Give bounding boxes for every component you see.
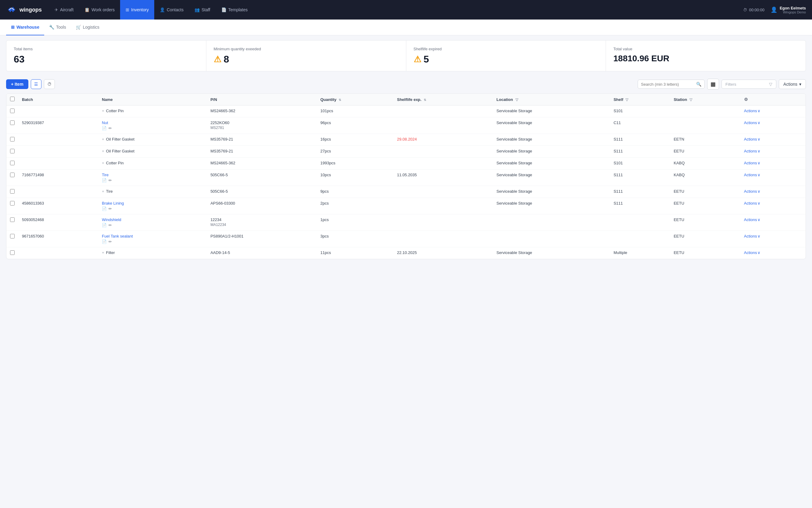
header-quantity[interactable]: Quantity ⇅	[317, 94, 394, 105]
timer-display: 00:00:00	[749, 8, 764, 12]
row-checkbox[interactable]	[10, 189, 15, 194]
row-checkbox[interactable]	[10, 161, 15, 165]
document-icon[interactable]: 📄	[102, 223, 107, 227]
row-checkbox[interactable]	[10, 234, 15, 239]
row-shelflife: 22.10.2025	[393, 247, 493, 259]
edit-icon[interactable]: ✏	[108, 239, 112, 244]
pn-sub: MS2781	[210, 126, 313, 130]
select-all-checkbox[interactable]	[10, 97, 15, 101]
aircraft-icon: ✈	[54, 7, 58, 12]
row-batch	[18, 247, 98, 259]
header-name: Name	[98, 94, 207, 105]
item-name-link[interactable]: Tire	[102, 173, 108, 177]
row-station: KABQ	[670, 170, 740, 186]
actions-button[interactable]: Actions ▾	[779, 79, 806, 89]
row-location: Serviceable Storage	[493, 158, 610, 170]
shelf-filter-icon[interactable]: ▽	[626, 97, 628, 102]
row-actions-button[interactable]: Actions ∨	[744, 189, 802, 194]
search-input[interactable]	[641, 82, 694, 87]
item-name-link[interactable]: Windshield	[102, 217, 121, 222]
row-name: +Oil Filter Gasket	[98, 146, 207, 158]
pn-value: 505C66-5	[210, 173, 228, 177]
pn-sub: MA12234	[210, 223, 313, 227]
row-checkbox-cell	[6, 134, 18, 146]
edit-icon[interactable]: ✏	[108, 206, 112, 211]
row-station: EETU	[670, 247, 740, 259]
user-org: Wingops Demo	[780, 10, 806, 14]
row-actions-button[interactable]: Actions ∨	[744, 137, 802, 141]
location-filter-icon[interactable]: ▽	[515, 97, 518, 102]
add-icon[interactable]: +	[102, 137, 104, 141]
item-name-link[interactable]: Nut	[102, 120, 108, 125]
row-checkbox[interactable]	[10, 149, 15, 154]
logo[interactable]: wingops	[6, 4, 42, 15]
row-checkbox[interactable]	[10, 137, 15, 141]
row-actions-button[interactable]: Actions ∨	[744, 161, 802, 165]
add-item-button[interactable]: + Item	[6, 79, 28, 89]
pn-value: 12234	[210, 217, 221, 222]
add-icon[interactable]: +	[102, 250, 104, 255]
document-icon[interactable]: 📄	[102, 206, 107, 211]
row-actions-cell: Actions ∨	[740, 186, 806, 198]
stat-total-items-label: Total items	[14, 47, 199, 51]
header-shelflife[interactable]: Shelflife exp. ⇅	[393, 94, 493, 105]
row-checkbox[interactable]	[10, 173, 15, 177]
row-checkbox[interactable]	[10, 120, 15, 125]
user-section[interactable]: 👤 Egon Eelmets Wingops Demo	[771, 6, 806, 14]
history-view-button[interactable]: ⏱	[44, 79, 55, 89]
row-shelf: S101	[610, 158, 670, 170]
add-icon[interactable]: +	[102, 161, 104, 165]
row-shelf	[610, 231, 670, 247]
row-actions-button[interactable]: Actions ∨	[744, 234, 802, 239]
row-checkbox[interactable]	[10, 217, 15, 222]
add-icon[interactable]: +	[102, 149, 104, 154]
row-station: EETU	[670, 231, 740, 247]
warning-icon-shelf: ⚠	[414, 54, 421, 64]
subnav: ⊞ Warehouse 🔧 Tools 🛒 Logistics	[0, 19, 812, 35]
row-name: +Cotter Pin	[98, 105, 207, 117]
row-actions-button[interactable]: Actions ∨	[744, 173, 802, 177]
row-actions-button[interactable]: Actions ∨	[744, 109, 802, 113]
row-checkbox[interactable]	[10, 201, 15, 206]
row-checkbox[interactable]	[10, 109, 15, 113]
filter-box[interactable]: Filters ▽	[721, 80, 776, 89]
document-icon[interactable]: 📄	[102, 178, 107, 183]
search-icon: 🔍	[696, 82, 702, 87]
edit-icon[interactable]: ✏	[108, 223, 112, 227]
subnav-item-tools[interactable]: 🔧 Tools	[44, 19, 71, 35]
item-name-link[interactable]: Brake Lining	[102, 201, 124, 206]
add-icon[interactable]: +	[102, 109, 104, 113]
row-actions-button[interactable]: Actions ∨	[744, 120, 802, 125]
chevron-down-icon: ∨	[758, 189, 761, 194]
row-actions-button[interactable]: Actions ∨	[744, 149, 802, 154]
nav-items: ✈ Aircraft 📋 Work orders ⊞ Inventory 👤 C…	[49, 0, 743, 19]
list-view-button[interactable]: ☰	[31, 79, 41, 89]
subnav-item-logistics[interactable]: 🛒 Logistics	[71, 19, 104, 35]
row-actions-cell: Actions ∨	[740, 170, 806, 186]
subnav-item-warehouse[interactable]: ⊞ Warehouse	[6, 19, 44, 35]
nav-item-inventory[interactable]: ⊞ Inventory	[120, 0, 154, 19]
station-filter-icon[interactable]: ▽	[689, 97, 692, 102]
item-name-link[interactable]: Fuel Tank sealant	[102, 234, 133, 239]
barcode-button[interactable]: ▦	[707, 79, 719, 90]
row-actions-button[interactable]: Actions ∨	[744, 201, 802, 206]
gear-icon[interactable]: ⚙	[744, 97, 748, 102]
warehouse-icon: ⊞	[11, 25, 15, 30]
nav-item-work-orders[interactable]: 📋 Work orders	[79, 0, 120, 19]
stat-shelflife-label: Shelflife expired	[414, 47, 599, 51]
row-station	[670, 117, 740, 134]
row-actions-button[interactable]: Actions ∨	[744, 250, 802, 255]
list-icon: ☰	[34, 82, 38, 87]
add-icon[interactable]: +	[102, 189, 104, 194]
edit-icon[interactable]: ✏	[108, 126, 112, 130]
edit-icon[interactable]: ✏	[108, 178, 112, 183]
nav-item-contacts[interactable]: 👤 Contacts	[154, 0, 189, 19]
row-shelf: S111	[610, 170, 670, 186]
document-icon[interactable]: 📄	[102, 126, 107, 130]
row-checkbox[interactable]	[10, 250, 15, 255]
nav-item-staff[interactable]: 👥 Staff	[189, 0, 216, 19]
document-icon[interactable]: 📄	[102, 239, 107, 244]
nav-item-templates[interactable]: 📄 Templates	[216, 0, 253, 19]
row-actions-button[interactable]: Actions ∨	[744, 217, 802, 222]
nav-item-aircraft[interactable]: ✈ Aircraft	[49, 0, 79, 19]
